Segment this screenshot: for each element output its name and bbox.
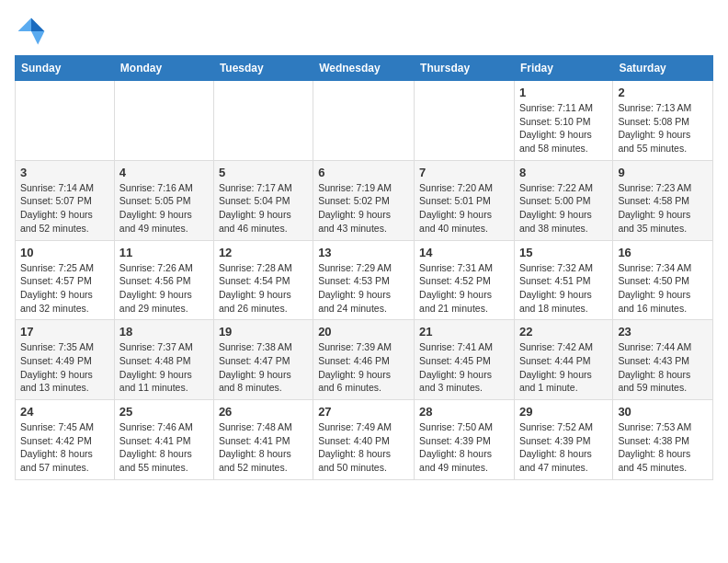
day-number: 30 [618,405,708,419]
calendar-body: 1Sunrise: 7:11 AM Sunset: 5:10 PM Daylig… [16,81,713,480]
day-number: 20 [318,325,409,339]
day-info: Sunrise: 7:32 AM Sunset: 4:51 PM Dayligh… [519,261,608,316]
day-number: 6 [318,166,409,179]
calendar-cell: 9Sunrise: 7:23 AM Sunset: 4:58 PM Daylig… [613,160,713,240]
day-info: Sunrise: 7:44 AM Sunset: 4:43 PM Dayligh… [618,340,708,395]
calendar-table: SundayMondayTuesdayWednesdayThursdayFrid… [15,55,713,480]
day-info: Sunrise: 7:28 AM Sunset: 4:54 PM Dayligh… [219,261,308,316]
day-number: 29 [519,405,608,419]
logo-icon [15,15,48,48]
day-info: Sunrise: 7:37 AM Sunset: 4:48 PM Dayligh… [119,340,209,395]
day-info: Sunrise: 7:14 AM Sunset: 5:07 PM Dayligh… [20,181,109,236]
day-number: 2 [618,86,708,99]
calendar-cell: 23Sunrise: 7:44 AM Sunset: 4:43 PM Dayli… [613,320,713,400]
day-info: Sunrise: 7:11 AM Sunset: 5:10 PM Dayligh… [519,101,608,155]
calendar-cell: 3Sunrise: 7:14 AM Sunset: 5:07 PM Daylig… [16,160,115,240]
day-number: 7 [419,166,509,179]
calendar-cell: 5Sunrise: 7:17 AM Sunset: 5:04 PM Daylig… [213,160,313,240]
calendar-cell: 20Sunrise: 7:39 AM Sunset: 4:46 PM Dayli… [313,320,415,400]
weekday-header-cell: Sunday [16,56,115,81]
day-number: 9 [618,166,708,179]
calendar-week-row: 17Sunrise: 7:35 AM Sunset: 4:49 PM Dayli… [16,320,713,400]
day-info: Sunrise: 7:48 AM Sunset: 4:41 PM Dayligh… [219,420,308,475]
page-header [15,15,713,48]
day-info: Sunrise: 7:23 AM Sunset: 4:58 PM Dayligh… [618,181,708,236]
weekday-header-cell: Friday [514,56,612,81]
day-number: 14 [419,246,509,259]
day-number: 18 [119,325,209,339]
calendar-cell: 12Sunrise: 7:28 AM Sunset: 4:54 PM Dayli… [213,240,313,320]
day-number: 22 [519,325,608,339]
day-info: Sunrise: 7:25 AM Sunset: 4:57 PM Dayligh… [20,261,109,316]
calendar-cell: 10Sunrise: 7:25 AM Sunset: 4:57 PM Dayli… [16,240,115,320]
day-info: Sunrise: 7:39 AM Sunset: 4:46 PM Dayligh… [318,340,409,395]
day-info: Sunrise: 7:41 AM Sunset: 4:45 PM Dayligh… [419,340,509,395]
weekday-header-row: SundayMondayTuesdayWednesdayThursdayFrid… [16,56,713,81]
calendar-cell: 21Sunrise: 7:41 AM Sunset: 4:45 PM Dayli… [415,320,515,400]
calendar-week-row: 24Sunrise: 7:45 AM Sunset: 4:42 PM Dayli… [16,400,713,480]
day-number: 10 [20,246,109,259]
calendar-week-row: 10Sunrise: 7:25 AM Sunset: 4:57 PM Dayli… [16,240,713,320]
logo [15,15,51,48]
weekday-header-cell: Wednesday [313,56,415,81]
day-info: Sunrise: 7:53 AM Sunset: 4:38 PM Dayligh… [618,420,708,475]
day-info: Sunrise: 7:31 AM Sunset: 4:52 PM Dayligh… [419,261,509,316]
calendar-cell: 4Sunrise: 7:16 AM Sunset: 5:05 PM Daylig… [114,160,213,240]
calendar-cell: 19Sunrise: 7:38 AM Sunset: 4:47 PM Dayli… [213,320,313,400]
day-number: 25 [119,405,209,419]
calendar-cell: 8Sunrise: 7:22 AM Sunset: 5:00 PM Daylig… [514,160,612,240]
calendar-cell: 7Sunrise: 7:20 AM Sunset: 5:01 PM Daylig… [415,160,515,240]
day-info: Sunrise: 7:19 AM Sunset: 5:02 PM Dayligh… [318,181,409,236]
calendar-cell: 25Sunrise: 7:46 AM Sunset: 4:41 PM Dayli… [114,400,213,480]
day-info: Sunrise: 7:17 AM Sunset: 5:04 PM Dayligh… [219,181,308,236]
day-number: 27 [318,405,409,419]
day-number: 4 [119,166,209,179]
day-number: 28 [419,405,509,419]
day-info: Sunrise: 7:29 AM Sunset: 4:53 PM Dayligh… [318,261,409,316]
day-info: Sunrise: 7:50 AM Sunset: 4:39 PM Dayligh… [419,420,509,475]
day-number: 13 [318,246,409,259]
day-number: 1 [519,86,608,99]
calendar-cell [114,81,213,161]
day-info: Sunrise: 7:22 AM Sunset: 5:00 PM Dayligh… [519,181,608,236]
day-number: 21 [419,325,509,339]
day-number: 15 [519,246,608,259]
calendar-cell: 1Sunrise: 7:11 AM Sunset: 5:10 PM Daylig… [514,81,612,161]
calendar-week-row: 1Sunrise: 7:11 AM Sunset: 5:10 PM Daylig… [16,81,713,161]
svg-marker-2 [18,18,31,31]
day-info: Sunrise: 7:35 AM Sunset: 4:49 PM Dayligh… [20,340,109,395]
day-number: 3 [20,166,109,179]
weekday-header-cell: Tuesday [213,56,313,81]
calendar-cell: 13Sunrise: 7:29 AM Sunset: 4:53 PM Dayli… [313,240,415,320]
calendar-cell: 18Sunrise: 7:37 AM Sunset: 4:48 PM Dayli… [114,320,213,400]
day-info: Sunrise: 7:20 AM Sunset: 5:01 PM Dayligh… [419,181,509,236]
svg-marker-0 [31,18,44,31]
day-number: 12 [219,246,308,259]
day-number: 11 [119,246,209,259]
day-info: Sunrise: 7:46 AM Sunset: 4:41 PM Dayligh… [119,420,209,475]
calendar-cell: 24Sunrise: 7:45 AM Sunset: 4:42 PM Dayli… [16,400,115,480]
day-info: Sunrise: 7:13 AM Sunset: 5:08 PM Dayligh… [618,101,708,155]
day-info: Sunrise: 7:42 AM Sunset: 4:44 PM Dayligh… [519,340,608,395]
calendar-cell: 6Sunrise: 7:19 AM Sunset: 5:02 PM Daylig… [313,160,415,240]
calendar-cell: 27Sunrise: 7:49 AM Sunset: 4:40 PM Dayli… [313,400,415,480]
calendar-cell [213,81,313,161]
calendar-cell: 17Sunrise: 7:35 AM Sunset: 4:49 PM Dayli… [16,320,115,400]
calendar-cell: 22Sunrise: 7:42 AM Sunset: 4:44 PM Dayli… [514,320,612,400]
weekday-header-cell: Monday [114,56,213,81]
calendar-cell: 30Sunrise: 7:53 AM Sunset: 4:38 PM Dayli… [613,400,713,480]
day-info: Sunrise: 7:16 AM Sunset: 5:05 PM Dayligh… [119,181,209,236]
calendar-cell: 16Sunrise: 7:34 AM Sunset: 4:50 PM Dayli… [613,240,713,320]
day-number: 24 [20,405,109,419]
calendar-cell: 14Sunrise: 7:31 AM Sunset: 4:52 PM Dayli… [415,240,515,320]
day-number: 17 [20,325,109,339]
calendar-week-row: 3Sunrise: 7:14 AM Sunset: 5:07 PM Daylig… [16,160,713,240]
calendar-cell: 11Sunrise: 7:26 AM Sunset: 4:56 PM Dayli… [114,240,213,320]
day-info: Sunrise: 7:45 AM Sunset: 4:42 PM Dayligh… [20,420,109,475]
weekday-header-cell: Thursday [415,56,515,81]
calendar-cell [16,81,115,161]
day-info: Sunrise: 7:26 AM Sunset: 4:56 PM Dayligh… [119,261,209,316]
calendar-cell [415,81,515,161]
svg-marker-1 [31,31,44,44]
day-info: Sunrise: 7:49 AM Sunset: 4:40 PM Dayligh… [318,420,409,475]
